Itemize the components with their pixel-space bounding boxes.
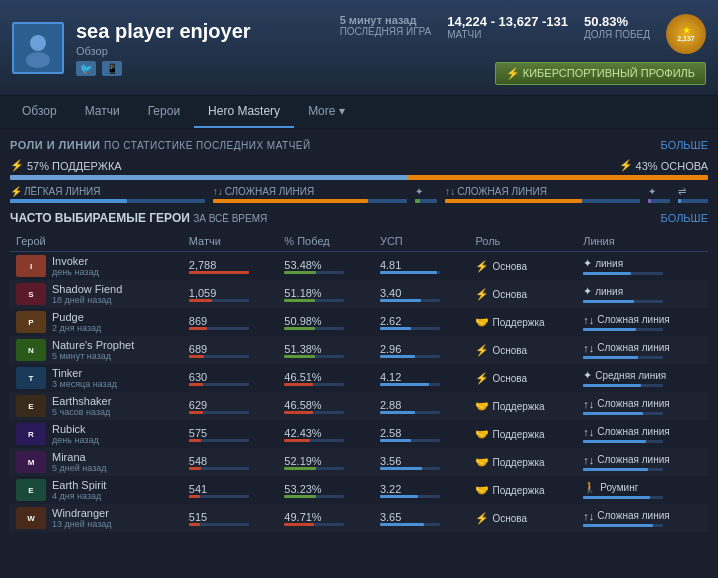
matches-bar-fill-8 (189, 495, 200, 498)
hero-cell-3: N Nature's Prophet 5 минут назад (10, 336, 183, 364)
role-icon-8: 🤝 (475, 484, 489, 497)
tab-overview[interactable]: Обзор (8, 96, 71, 128)
lane-bar-fill-6 (583, 440, 645, 443)
hero-icon-mirana: M (16, 451, 46, 473)
hero-cell-9: W Windranger 13 дней назад (10, 504, 183, 532)
hero-role-8: 🤝 Поддержка (469, 476, 577, 504)
phone-icon[interactable]: 📱 (102, 61, 122, 76)
dash: - (491, 14, 495, 29)
win-bar-fill-8 (284, 495, 316, 498)
matches-bar-fill-6 (189, 439, 202, 442)
tab-more[interactable]: More ▾ (294, 96, 359, 128)
table-row[interactable]: R Rubick день назад 575 42.43% 2.58 (10, 420, 708, 448)
win-bar-bg-7 (284, 467, 344, 470)
hero-matches-3: 689 (183, 336, 279, 364)
role-icon-6: 🤝 (475, 428, 489, 441)
table-row[interactable]: I Invoker день назад 2,788 53.48% 4.81 (10, 252, 708, 281)
wins: 14,224 (447, 14, 487, 29)
hero-lane-1: ✦ линия (577, 280, 708, 308)
table-row[interactable]: M Mirana 5 дней назад 548 52.19% 3.56 (10, 448, 708, 476)
matches-bar-bg-6 (189, 439, 249, 442)
badge-number: 2,137 (677, 35, 695, 42)
matches-bar-fill-9 (189, 523, 200, 526)
role-icon-3: ⚡ (475, 344, 489, 357)
hero-win-pct-5: 46.58% (278, 392, 374, 420)
hero-name-0: Invoker (52, 255, 99, 267)
lane-bar-fill-4 (583, 384, 641, 387)
roles-more-link[interactable]: БОЛЬШЕ (661, 139, 708, 151)
esports-profile-button[interactable]: ⚡ КИБЕРСПОРТИВНЫЙ ПРОФИЛЬ (495, 62, 706, 85)
hero-time-6: день назад (52, 435, 99, 445)
lane-bar-6 (583, 440, 663, 443)
support-bar-fill (10, 175, 408, 180)
role-icon-4: ⚡ (475, 372, 489, 385)
hero-role-1: ⚡ Основа (469, 280, 577, 308)
table-row[interactable]: P Pudge 2 дня назад 869 50.98% 2.62 (10, 308, 708, 336)
table-row[interactable]: E Earth Spirit 4 дня назад 541 53.23% 3.… (10, 476, 708, 504)
hero-usp-8: 3.22 (374, 476, 470, 504)
lane-icon2: ✦ (648, 186, 678, 203)
win-bar-fill-5 (284, 411, 312, 414)
lane-bar-fill-2 (583, 328, 636, 331)
main-content: РОЛИ И ЛИНИИ ПО СТАТИСТИКЕ ПОСЛЕДНИХ МАТ… (0, 129, 718, 542)
role-label-3: Основа (492, 345, 527, 356)
hero-name-9: Windranger (52, 507, 112, 519)
hero-icon-windranger: W (16, 507, 46, 529)
lane-icon-6: ↑↓ (583, 426, 594, 438)
tab-heroes[interactable]: Герои (134, 96, 194, 128)
hero-usp-2: 2.62 (374, 308, 470, 336)
lane-hard2-bar (445, 199, 640, 203)
hero-win-pct-0: 53.48% (278, 252, 374, 281)
lane-label-1: линия (595, 286, 623, 297)
hero-lane-9: ↑↓ Сложная линия (577, 504, 708, 532)
matches-bar-bg-5 (189, 411, 249, 414)
hero-icon-invoker: I (16, 255, 46, 277)
table-row[interactable]: S Shadow Fiend 18 дней назад 1,059 51.18… (10, 280, 708, 308)
heroes-more-link[interactable]: БОЛЬШЕ (661, 212, 708, 224)
role-label-6: Поддержка (492, 429, 544, 440)
table-row[interactable]: E Earthshaker 5 часов назад 629 46.58% 2… (10, 392, 708, 420)
total-matches-block: 14,224 - 13,627 -131 МАТЧИ (447, 14, 568, 40)
win-bar-bg-2 (284, 327, 344, 330)
matches-bar-fill-0 (189, 271, 249, 274)
core-pct-label: ⚡43% ОСНОВА (619, 159, 708, 172)
role-label-8: Поддержка (492, 485, 544, 496)
usp-bar-fill-3 (380, 355, 415, 358)
hero-matches-0: 2,788 (183, 252, 279, 281)
usp-bar-fill-0 (380, 271, 438, 274)
lane-icon-7: ↑↓ (583, 454, 594, 466)
hero-role-3: ⚡ Основа (469, 336, 577, 364)
sub-label: Обзор (76, 45, 328, 57)
table-row[interactable]: T Tinker 3 месяца назад 630 46.51% 4.12 (10, 364, 708, 392)
win-bar-bg-1 (284, 299, 344, 302)
role-label-7: Поддержка (492, 457, 544, 468)
table-row[interactable]: W Windranger 13 дней назад 515 49.71% 3.… (10, 504, 708, 532)
matches-label: МАТЧИ (447, 29, 568, 40)
hero-time-1: 18 дней назад (52, 295, 122, 305)
time-ago-block: 5 минут назад ПОСЛЕДНЯЯ ИГРА (340, 14, 432, 37)
col-role: Роль (469, 231, 577, 252)
lane-bar-3 (583, 356, 663, 359)
twitter-icon[interactable]: 🐦 (76, 61, 96, 76)
hero-matches-9: 515 (183, 504, 279, 532)
tab-matches[interactable]: Матчи (71, 96, 134, 128)
lane-mid-icon-label: ✦ (415, 186, 437, 197)
win-bar-fill-2 (284, 327, 315, 330)
lane-bar-fill-7 (583, 468, 648, 471)
hero-name-3: Nature's Prophet (52, 339, 134, 351)
roles-section-header: РОЛИ И ЛИНИИ ПО СТАТИСТИКЕ ПОСЛЕДНИХ МАТ… (10, 139, 708, 151)
hero-cell-0: I Invoker день назад (10, 252, 183, 281)
hero-time-5: 5 часов назад (52, 407, 111, 417)
hero-role-2: 🤝 Поддержка (469, 308, 577, 336)
lane-bar-1 (583, 300, 663, 303)
win-bar-bg-4 (284, 383, 344, 386)
hero-role-5: 🤝 Поддержка (469, 392, 577, 420)
table-row[interactable]: N Nature's Prophet 5 минут назад 689 51.… (10, 336, 708, 364)
tab-hero-mastery[interactable]: Hero Mastery (194, 96, 294, 128)
hero-icon-earth-spirit: E (16, 479, 46, 501)
draws: -131 (542, 14, 568, 29)
losses: 13,627 (499, 14, 539, 29)
hero-time-3: 5 минут назад (52, 351, 134, 361)
lane-label-8: Роуминг (600, 482, 638, 493)
lane-icon2-bar (648, 199, 670, 203)
